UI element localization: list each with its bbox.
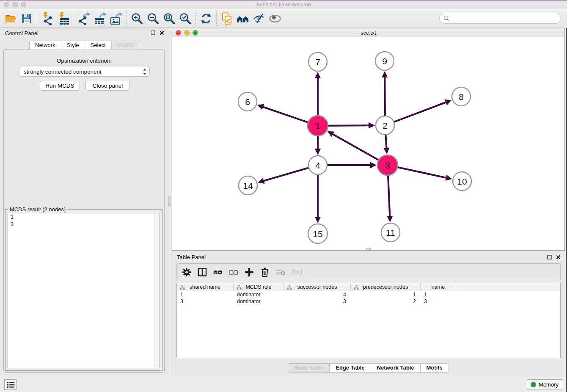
open-session-button[interactable]: [3, 11, 19, 26]
toolbar-separator: [195, 11, 196, 26]
import-network-button[interactable]: [39, 11, 55, 26]
table-row[interactable]: 1dominator411: [177, 291, 560, 298]
column-header-label: successor nodes: [297, 284, 337, 290]
show-columns-button[interactable]: [196, 266, 209, 279]
table-cell[interactable]: dominator: [234, 298, 284, 305]
table-cell[interactable]: 1: [177, 291, 234, 298]
search-field[interactable]: [439, 13, 561, 24]
refresh-icon: [200, 12, 212, 25]
add-column-button[interactable]: [243, 266, 256, 279]
table-tab-node-table[interactable]: Node Table: [288, 363, 330, 373]
search-input[interactable]: [450, 14, 561, 22]
table-settings-button[interactable]: [180, 266, 193, 279]
mcds-result-textarea[interactable]: 13: [8, 213, 160, 368]
table-cell[interactable]: 3: [284, 298, 351, 305]
edge-arrowhead: [382, 71, 388, 77]
graph-edge-1-2[interactable]: [328, 125, 369, 126]
splitter-handle[interactable]: [168, 196, 171, 206]
control-tab-mcds[interactable]: MCDS: [111, 41, 139, 50]
graph-node-label: 14: [243, 181, 253, 190]
control-tab-style[interactable]: Style: [61, 41, 85, 50]
table-cell[interactable]: 4: [284, 291, 351, 298]
hide-graphics-details-button[interactable]: [251, 11, 267, 26]
column-tree-icon: [237, 285, 242, 290]
table-tab-edge-table[interactable]: Edge Table: [329, 363, 371, 373]
select-all-columns-button[interactable]: [212, 266, 224, 279]
control-tab-network[interactable]: Network: [29, 41, 61, 50]
graph-edge-2-3[interactable]: [385, 135, 386, 149]
table-cell[interactable]: 1: [421, 291, 456, 298]
toolbar-separator: [127, 11, 127, 26]
export-image-button[interactable]: [108, 11, 124, 26]
run-mcds-button[interactable]: Run MCDS: [40, 81, 80, 91]
selected-option-label: strongly connected component: [24, 69, 143, 75]
export-table-button[interactable]: [92, 11, 108, 26]
zoom-selected-button[interactable]: [177, 11, 193, 26]
column-header-label: shared name: [190, 284, 220, 290]
plus-icon: [244, 267, 254, 277]
export-network-button[interactable]: [76, 11, 92, 26]
table-cell[interactable]: 3: [177, 298, 234, 305]
show-graphics-details-button[interactable]: [267, 11, 283, 26]
table-tab-network-table[interactable]: Network Table: [371, 363, 421, 373]
float-panel-icon[interactable]: [547, 255, 552, 259]
close-panel-icon[interactable]: [556, 255, 561, 259]
mcds-result-group: MCDS result (2 nodes) 13: [5, 209, 162, 371]
network-resize-handle[interactable]: [366, 248, 371, 250]
graph-edge-3-1[interactable]: [332, 134, 378, 160]
export-table-icon: [94, 12, 107, 25]
memory-status-button[interactable]: Memory: [527, 379, 563, 389]
graph-edge-4-14[interactable]: [263, 168, 308, 181]
graph-edge-1-6[interactable]: [262, 107, 308, 122]
control-tab-select[interactable]: Select: [85, 41, 112, 50]
refresh-view-button[interactable]: [198, 11, 214, 26]
task-history-button[interactable]: [4, 379, 17, 390]
result-scrollbar[interactable]: [154, 213, 160, 368]
network-canvas[interactable]: 7968124314101511: [172, 37, 564, 250]
memory-label: Memory: [539, 381, 559, 388]
graph-node-label: 10: [457, 177, 467, 186]
zoom-out-button[interactable]: [145, 11, 161, 26]
select-stepper-icon: [143, 68, 147, 75]
table-tab-motifs[interactable]: Motifs: [420, 363, 449, 373]
copy-current-view-button[interactable]: [219, 11, 235, 26]
save-session-button[interactable]: [19, 11, 35, 26]
column-header-successor-nodes[interactable]: successor nodes: [284, 283, 351, 291]
float-panel-icon[interactable]: [151, 30, 155, 35]
mcds-home-button[interactable]: [235, 11, 251, 26]
function-builder-button[interactable]: f(x): [290, 266, 303, 279]
zoom-fit-button[interactable]: [161, 11, 177, 26]
table-row[interactable]: 3dominator323: [177, 298, 560, 305]
close-panel-button[interactable]: Close panel: [85, 81, 130, 91]
edge-arrowhead: [315, 149, 321, 155]
graph-edge-2-9[interactable]: [385, 77, 385, 116]
graph-edge-2-8[interactable]: [394, 102, 447, 122]
panel-splitter[interactable]: [168, 28, 171, 376]
memory-status-dot: [531, 382, 536, 387]
graph-edge-3-11[interactable]: [388, 176, 390, 217]
column-header-MCDS-role[interactable]: MCDS role: [234, 283, 284, 291]
delete-column-button[interactable]: [259, 266, 271, 279]
node-table: shared nameMCDS rolesuccessor nodesprede…: [176, 283, 561, 358]
column-header-name[interactable]: name: [421, 283, 456, 291]
close-panel-icon[interactable]: [160, 30, 164, 35]
graph-edge-3-10[interactable]: [398, 167, 446, 178]
table-cell[interactable]: dominator: [234, 291, 284, 298]
column-header-label: name: [432, 284, 445, 290]
import-table-button[interactable]: [55, 11, 72, 26]
optimization-criterion-select[interactable]: strongly connected component: [19, 67, 150, 77]
deselect-all-columns-button[interactable]: [227, 266, 240, 279]
table-cell[interactable]: 2: [351, 298, 421, 305]
delete-table-button[interactable]: [274, 266, 287, 279]
column-header-shared-name[interactable]: shared name: [177, 283, 234, 291]
table-cell[interactable]: 1: [351, 291, 421, 298]
column-header-predecessor-nodes[interactable]: predecessor nodes: [351, 283, 421, 291]
function-fx-icon: f(x): [290, 267, 303, 277]
table-header-row: shared nameMCDS rolesuccessor nodesprede…: [177, 283, 560, 291]
graph-node-label: 8: [459, 92, 464, 102]
copy-view-icon: [220, 12, 233, 25]
houses-icon: [237, 12, 249, 25]
column-tree-icon: [287, 285, 292, 290]
table-cell[interactable]: 3: [421, 298, 456, 305]
zoom-in-button[interactable]: [129, 11, 145, 26]
